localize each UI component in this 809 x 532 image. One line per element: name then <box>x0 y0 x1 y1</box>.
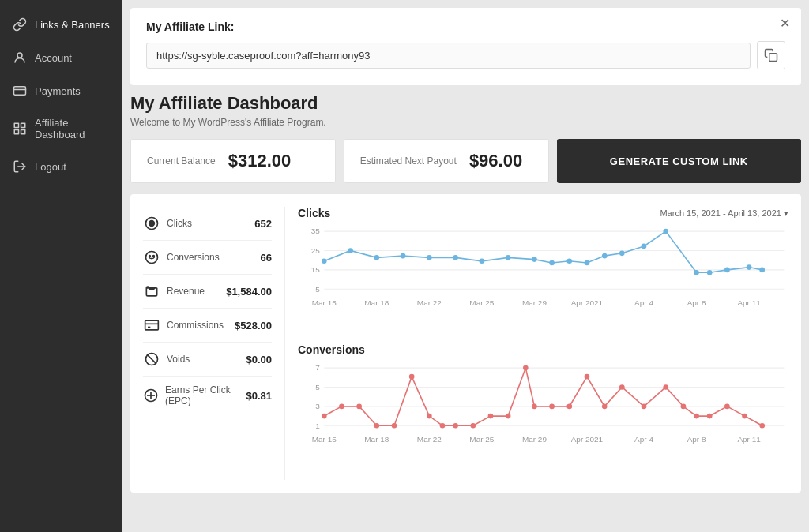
svg-text:Mar 22: Mar 22 <box>417 298 442 307</box>
svg-point-92 <box>566 404 572 410</box>
close-button[interactable]: ✕ <box>780 16 790 31</box>
sidebar: Links & Banners Account Payments Affilia… <box>0 0 122 532</box>
sidebar-item-label: Affiliate Dashboard <box>35 117 110 140</box>
svg-text:Mar 18: Mar 18 <box>364 298 389 307</box>
svg-point-82 <box>409 374 415 380</box>
current-balance-label: Current Balance <box>147 155 216 167</box>
svg-text:Mar 15: Mar 15 <box>312 298 337 307</box>
svg-point-86 <box>470 423 476 429</box>
analytics-card: Clicks 652 Conversions 66 <box>130 194 801 493</box>
conversions-chart-container: 7 5 3 1 Mar 15 Mar 18 Mar 22 Mar 25 Mar … <box>298 359 788 467</box>
svg-point-0 <box>17 53 22 58</box>
svg-text:25: 25 <box>311 246 321 255</box>
svg-text:5: 5 <box>315 383 320 392</box>
svg-rect-5 <box>14 130 18 134</box>
svg-point-100 <box>707 414 713 419</box>
clicks-chart-container: 35 25 15 5 Mar 15 Mar 18 Mar 22 Mar 25 M… <box>298 223 788 331</box>
affiliate-link-title: My Affiliate Link: <box>146 21 785 33</box>
dashboard-title: My Affiliate Dashboard <box>130 93 801 114</box>
svg-point-101 <box>724 404 730 410</box>
svg-text:Mar 25: Mar 25 <box>469 435 494 444</box>
svg-text:Apr 8: Apr 8 <box>687 298 706 307</box>
svg-text:Apr 11: Apr 11 <box>737 435 761 444</box>
generate-custom-link-button[interactable]: GENERATE CUSTOM LINK <box>557 139 801 183</box>
voids-icon <box>143 350 160 368</box>
svg-text:Mar 18: Mar 18 <box>364 435 389 444</box>
svg-text:5: 5 <box>315 285 320 294</box>
svg-point-83 <box>427 414 432 419</box>
date-range-selector[interactable]: March 15, 2021 - April 13, 2021 ▾ <box>660 208 788 219</box>
conversions-icon <box>143 249 160 266</box>
account-icon <box>13 51 27 65</box>
sidebar-item-links-banners[interactable]: Links & Banners <box>0 8 122 41</box>
stat-row-epc: Earns Per Click (EPC) $0.81 <box>143 377 272 414</box>
stat-row-clicks: Clicks 652 <box>143 207 272 241</box>
left-stats: Clicks 652 Conversions 66 <box>143 207 285 480</box>
svg-line-18 <box>147 354 156 364</box>
svg-point-46 <box>506 255 511 260</box>
svg-point-10 <box>149 221 155 227</box>
sidebar-item-payments[interactable]: Payments <box>0 74 122 107</box>
svg-point-12 <box>149 256 151 257</box>
sidebar-item-logout[interactable]: Logout <box>0 150 122 183</box>
commissions-value: $528.00 <box>235 320 272 332</box>
conversions-value: 66 <box>261 252 272 264</box>
svg-point-48 <box>549 260 555 266</box>
current-balance-value: $312.00 <box>228 151 292 171</box>
revenue-label: Revenue <box>167 286 205 297</box>
revenue-value: $1,584.00 <box>226 286 272 298</box>
svg-point-51 <box>602 253 608 259</box>
clicks-label: Clicks <box>167 218 192 229</box>
voids-label: Voids <box>167 354 190 365</box>
svg-text:Mar 22: Mar 22 <box>417 435 442 444</box>
sidebar-item-affiliate-dashboard[interactable]: Affiliate Dashboard <box>0 107 122 150</box>
svg-text:1: 1 <box>315 421 320 430</box>
main-content: ✕ My Affiliate Link: My Affiliate Dashbo… <box>122 0 809 532</box>
svg-point-44 <box>453 255 458 260</box>
right-charts: Clicks March 15, 2021 - April 13, 2021 ▾… <box>285 207 788 480</box>
svg-text:Apr 4: Apr 4 <box>634 298 653 307</box>
svg-point-95 <box>619 384 625 390</box>
svg-point-99 <box>694 414 699 419</box>
affiliate-link-input[interactable] <box>146 43 751 69</box>
svg-point-55 <box>694 270 699 275</box>
svg-point-88 <box>506 414 511 419</box>
voids-value: $0.00 <box>246 354 272 365</box>
svg-rect-3 <box>14 123 18 127</box>
svg-point-39 <box>322 258 327 264</box>
svg-point-47 <box>532 257 537 262</box>
svg-rect-4 <box>21 123 25 127</box>
svg-text:15: 15 <box>311 265 321 274</box>
svg-point-93 <box>585 374 590 380</box>
svg-point-45 <box>480 258 485 264</box>
svg-text:Apr 8: Apr 8 <box>687 435 706 444</box>
svg-text:Apr 2021: Apr 2021 <box>571 435 604 444</box>
copy-link-button[interactable] <box>757 41 785 69</box>
stat-row-commissions: Commissions $528.00 <box>143 309 272 343</box>
next-payout-value: $96.00 <box>469 151 522 171</box>
sidebar-item-label: Links & Banners <box>35 19 110 31</box>
svg-point-90 <box>532 404 537 410</box>
sidebar-item-account[interactable]: Account <box>0 41 122 74</box>
conversions-chart-title: Conversions <box>298 343 365 356</box>
svg-point-56 <box>707 270 713 275</box>
stat-row-revenue: Revenue $1,584.00 <box>143 275 272 309</box>
dashboard-section: My Affiliate Dashboard Welcome to My Wor… <box>122 93 809 500</box>
svg-point-91 <box>549 404 555 410</box>
svg-text:Apr 2021: Apr 2021 <box>571 298 604 307</box>
svg-text:Mar 29: Mar 29 <box>522 298 547 307</box>
svg-point-11 <box>146 252 158 264</box>
svg-point-42 <box>401 253 406 259</box>
svg-point-59 <box>759 268 765 273</box>
analytics-inner: Clicks 652 Conversions 66 <box>143 207 788 480</box>
svg-point-40 <box>348 248 353 253</box>
svg-rect-1 <box>14 87 26 96</box>
svg-point-84 <box>440 423 446 429</box>
svg-point-102 <box>742 414 747 419</box>
svg-point-87 <box>488 414 494 419</box>
svg-point-103 <box>759 423 765 429</box>
svg-rect-8 <box>769 54 777 62</box>
svg-point-80 <box>374 423 379 429</box>
current-balance-card: Current Balance $312.00 <box>130 139 336 183</box>
svg-point-79 <box>356 404 362 410</box>
